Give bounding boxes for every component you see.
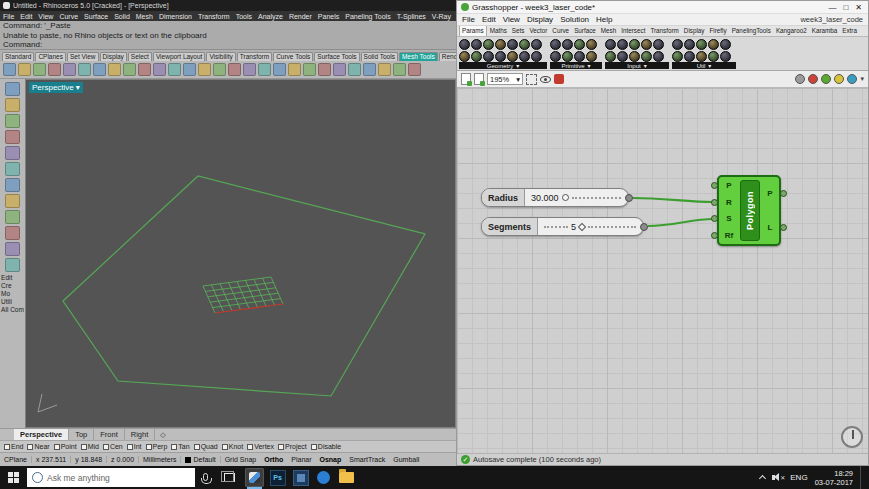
- dropdown-arrow-icon[interactable]: ▾: [76, 82, 80, 93]
- rhino-taskbar-app[interactable]: [245, 468, 264, 487]
- checkbox-icon[interactable]: [27, 444, 33, 450]
- rhino-tool-icon[interactable]: [198, 63, 211, 76]
- gh-component-icon[interactable]: [617, 51, 628, 62]
- slider-rail[interactable]: [572, 197, 621, 199]
- rhino-tool-icon[interactable]: [33, 63, 46, 76]
- gh-component-icon[interactable]: [574, 51, 585, 62]
- rhino-side-tool-icon[interactable]: [5, 162, 20, 176]
- rhino-tool-icon[interactable]: [318, 63, 331, 76]
- input-nub[interactable]: [711, 232, 718, 239]
- viewport-tab-front[interactable]: Front: [94, 429, 125, 440]
- osnap-checkbox-item[interactable]: Near: [27, 443, 49, 450]
- sidebar-panel-tab[interactable]: All Com: [1, 306, 24, 314]
- gh-component-icon[interactable]: [672, 39, 683, 50]
- tray-expand-chevron-icon[interactable]: [759, 475, 766, 482]
- gh-component-icon[interactable]: [720, 39, 731, 50]
- slider-track[interactable]: 30.000: [525, 189, 628, 206]
- rhino-tool-icon[interactable]: [108, 63, 121, 76]
- perspective-viewport[interactable]: Perspective ▾: [25, 79, 456, 428]
- osnap-toggle[interactable]: Osnap: [316, 456, 346, 463]
- gh-component-icon[interactable]: [708, 51, 719, 62]
- rhino-tool-icon[interactable]: [363, 63, 376, 76]
- gh-category-tab[interactable]: Karamba: [810, 26, 840, 36]
- osnap-checkbox-item[interactable]: Int: [127, 443, 142, 450]
- gh-component-icon[interactable]: [519, 51, 530, 62]
- rhino-menu-item[interactable]: Transform: [195, 13, 233, 20]
- gh-menu-file[interactable]: File: [462, 15, 475, 24]
- rhino-tool-icon[interactable]: [183, 63, 196, 76]
- toolbar-tab-mesh-tools[interactable]: Mesh Tools: [399, 52, 438, 61]
- rhino-tool-icon[interactable]: [243, 63, 256, 76]
- enable-solver-icon[interactable]: [821, 74, 831, 84]
- gh-category-tab[interactable]: Transform: [648, 26, 680, 36]
- osnap-checkbox-item[interactable]: Cen: [103, 443, 123, 450]
- gh-component-icon[interactable]: [641, 51, 652, 62]
- gh-component-icon[interactable]: [471, 51, 482, 62]
- rhino-menu-item[interactable]: Surface: [81, 13, 111, 20]
- rhino-side-tool-icon[interactable]: [5, 210, 20, 224]
- rhino-menu-item[interactable]: T-Splines: [394, 13, 429, 20]
- input-nub[interactable]: [711, 199, 718, 206]
- gh-component-icon[interactable]: [550, 51, 561, 62]
- microphone-icon[interactable]: [203, 473, 208, 481]
- gh-component-icon[interactable]: [672, 51, 683, 62]
- osnap-checkbox-item[interactable]: Mid: [81, 443, 99, 450]
- ortho-toggle[interactable]: Ortho: [260, 456, 287, 463]
- layer-indicator[interactable]: Default: [181, 456, 220, 463]
- rhino-tool-icon[interactable]: [213, 63, 226, 76]
- smarttrack-toggle[interactable]: SmartTrack: [345, 456, 389, 463]
- rhino-menu-item[interactable]: Edit: [17, 13, 35, 20]
- osnap-checkbox-item[interactable]: Tan: [171, 443, 189, 450]
- rhino-tool-icon[interactable]: [348, 63, 361, 76]
- osnap-checkbox-item[interactable]: Disable: [311, 443, 341, 450]
- close-button[interactable]: ✕: [855, 3, 862, 12]
- rhino-menu-item[interactable]: Curve: [56, 13, 81, 20]
- show-desktop-button[interactable]: [860, 466, 864, 489]
- gh-component-icon[interactable]: [531, 51, 542, 62]
- slider-track[interactable]: 5: [538, 218, 643, 235]
- gh-component-icon[interactable]: [562, 39, 573, 50]
- rhino-tool-icon[interactable]: [78, 63, 91, 76]
- rhino-tool-icon[interactable]: [18, 63, 31, 76]
- slider-name-label[interactable]: Segments: [482, 218, 538, 235]
- gh-category-tab[interactable]: Firefly: [708, 26, 729, 36]
- toolbar-tab-display[interactable]: Display: [100, 52, 127, 61]
- gh-component-icon[interactable]: [605, 39, 616, 50]
- gh-component-icon[interactable]: [586, 51, 597, 62]
- sidebar-panel-tab[interactable]: Utili: [1, 298, 24, 306]
- gh-category-tab[interactable]: Curve: [550, 26, 571, 36]
- sidebar-panel-tab[interactable]: Cre: [1, 282, 24, 290]
- gumball-toggle[interactable]: Gumball: [389, 456, 423, 463]
- output-nub[interactable]: [780, 190, 787, 197]
- rhino-menu-item[interactable]: Dimension: [156, 13, 195, 20]
- gh-category-tab[interactable]: Display: [682, 26, 707, 36]
- taskbar-app[interactable]: [291, 468, 310, 487]
- rhino-tool-icon[interactable]: [153, 63, 166, 76]
- gh-component-icon[interactable]: [507, 39, 518, 50]
- volume-muted-icon[interactable]: ✕: [772, 473, 783, 482]
- cplane-button[interactable]: CPlane: [0, 456, 32, 463]
- rhino-menu-item[interactable]: Panels: [315, 13, 342, 20]
- gh-category-tab[interactable]: Intersect: [619, 26, 647, 36]
- gh-component-icon[interactable]: [507, 51, 518, 62]
- gh-component-icon[interactable]: [696, 51, 707, 62]
- rhino-tool-icon[interactable]: [273, 63, 286, 76]
- rhino-side-tool-icon[interactable]: [5, 258, 20, 272]
- rhino-tool-icon[interactable]: [138, 63, 151, 76]
- checkbox-icon[interactable]: [171, 444, 177, 450]
- new-document-icon[interactable]: [461, 73, 471, 85]
- slider-rail[interactable]: [588, 226, 636, 228]
- start-button[interactable]: [0, 466, 26, 489]
- osnap-checkbox-item[interactable]: Knot: [222, 443, 243, 450]
- segments-slider[interactable]: Segments 5: [481, 217, 644, 236]
- checkbox-icon[interactable]: [103, 444, 109, 450]
- slider-output-nub[interactable]: [640, 223, 648, 231]
- gh-component-icon[interactable]: [720, 51, 731, 62]
- gh-component-icon[interactable]: [459, 39, 470, 50]
- checkbox-icon[interactable]: [4, 444, 10, 450]
- gh-component-icon[interactable]: [586, 39, 597, 50]
- toolbar-tab-select[interactable]: Select: [128, 52, 152, 61]
- osnap-checkbox-item[interactable]: Point: [54, 443, 77, 450]
- palette-group-label[interactable]: Primitive ▾: [550, 62, 602, 69]
- input-plane[interactable]: P: [719, 181, 739, 190]
